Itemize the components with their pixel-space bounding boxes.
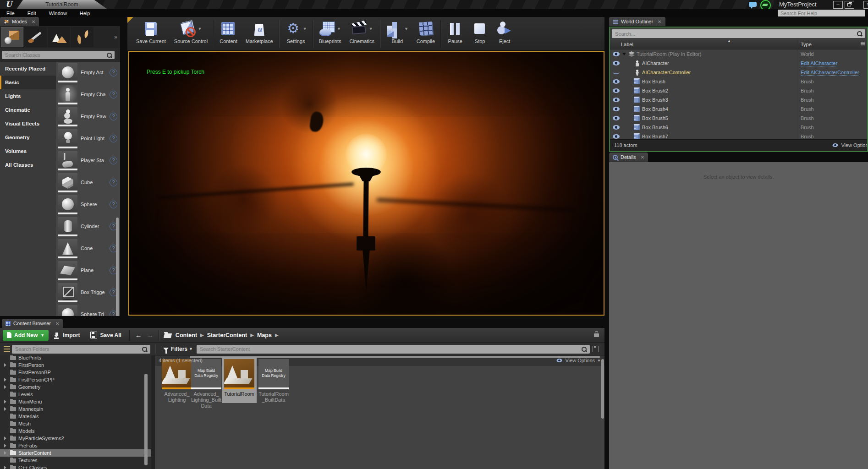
folder-row[interactable]: StarterContent xyxy=(0,449,151,457)
placeable-item[interactable]: Player Sta ? xyxy=(56,150,120,172)
menu-window[interactable]: Window xyxy=(43,11,73,16)
toolbar-button[interactable]: ▼ Cinematics xyxy=(345,18,378,49)
toolbar-button[interactable]: ▼ Pause xyxy=(443,18,467,49)
filters-label[interactable]: Filters xyxy=(171,346,187,352)
category-item[interactable]: Geometry xyxy=(0,131,56,144)
placeable-item[interactable]: Plane ? xyxy=(56,260,120,282)
expand-arrow-icon[interactable] xyxy=(4,363,6,367)
mode-foliage-button[interactable] xyxy=(71,27,93,47)
actor-label[interactable]: AICharacter xyxy=(642,60,669,66)
actor-label[interactable]: Box Brush4 xyxy=(642,106,668,112)
actor-label[interactable]: Box Brush5 xyxy=(642,115,668,121)
placeable-item[interactable]: Cone ? xyxy=(56,238,120,260)
placeable-item[interactable]: Empty Paw ? xyxy=(56,106,120,128)
lock-icon[interactable] xyxy=(594,333,599,337)
outliner-view-options[interactable]: View Options xyxy=(832,142,867,148)
filter-funnel-icon[interactable] xyxy=(163,348,169,351)
drag-handle[interactable] xyxy=(58,125,77,126)
actor-type[interactable]: Brush xyxy=(801,115,814,121)
placeable-item[interactable]: Box Trigge ? xyxy=(56,282,120,304)
placeable-item[interactable]: Sphere ? xyxy=(56,194,120,216)
expand-arrow-icon[interactable] xyxy=(4,400,6,404)
visibility-eye-icon[interactable] xyxy=(613,125,620,130)
menu-file[interactable]: File xyxy=(0,11,21,16)
search-classes-input[interactable] xyxy=(2,51,115,59)
visibility-eye-icon[interactable] xyxy=(613,61,620,65)
mode-landscape-button[interactable] xyxy=(48,27,70,47)
expand-arrow-icon[interactable] xyxy=(4,407,6,411)
search-assets-input[interactable] xyxy=(197,345,590,354)
folder-row[interactable]: Materials xyxy=(0,413,151,420)
drag-handle[interactable] xyxy=(58,169,77,170)
visibility-eye-icon[interactable] xyxy=(613,98,620,102)
actor-label[interactable]: Box Brush3 xyxy=(642,97,668,103)
asset-view-options[interactable]: View Options ▼ xyxy=(556,358,601,363)
folder-row[interactable]: Models xyxy=(0,427,151,435)
expand-arrow-icon[interactable] xyxy=(4,444,6,447)
import-button[interactable]: Import xyxy=(49,330,85,341)
actor-label[interactable]: AICharacterController xyxy=(642,70,691,75)
actor-type[interactable]: World xyxy=(801,51,814,57)
save-all-button[interactable]: Save All xyxy=(85,330,126,341)
type-column-header[interactable]: Type xyxy=(801,42,812,47)
back-button[interactable]: ← xyxy=(133,331,144,339)
folder-scrollbar[interactable] xyxy=(144,374,148,465)
folder-row[interactable]: Textures xyxy=(0,457,151,464)
add-new-button[interactable]: Add New ▼ xyxy=(3,330,49,341)
actor-type[interactable]: Brush xyxy=(801,79,814,84)
breadcrumb-content[interactable]: Content xyxy=(174,332,199,338)
drag-handle[interactable] xyxy=(58,103,77,104)
actor-row[interactable]: AICharacter Edit AICharacter xyxy=(610,59,867,68)
minimize-button[interactable]: – xyxy=(833,1,843,9)
mode-paint-button[interactable] xyxy=(24,27,47,47)
expand-arrow-icon[interactable] xyxy=(4,451,6,455)
breadcrumb-startercontent[interactable]: StarterContent xyxy=(205,332,249,338)
actor-type[interactable]: Edit AICharacterController xyxy=(801,70,859,76)
folder-row[interactable]: BluePrints xyxy=(0,355,151,361)
visibility-eye-icon[interactable] xyxy=(613,70,620,74)
asset-grid[interactable]: Advanced_ Lighting Map Build Data Regist… xyxy=(155,355,604,469)
actor-type[interactable]: Brush xyxy=(801,134,814,139)
expand-arrow-icon[interactable] xyxy=(4,466,6,469)
sort-ascending-icon[interactable]: ▲ xyxy=(727,39,731,43)
mode-place-button[interactable] xyxy=(1,27,23,47)
category-item[interactable]: Visual Effects xyxy=(0,117,56,131)
folder-row[interactable]: FirstPersonCPP xyxy=(0,376,151,383)
toolbar-button[interactable]: ▼ Stop xyxy=(467,18,492,49)
category-item[interactable]: Basic xyxy=(0,76,56,89)
feedback-bubble-icon[interactable] xyxy=(749,2,757,7)
folder-row[interactable]: FirstPersonBP xyxy=(0,369,151,376)
toolbar-button[interactable]: ▼ Compile xyxy=(412,18,439,49)
actor-label[interactable]: Box Brush2 xyxy=(642,88,668,93)
help-search-input[interactable] xyxy=(778,10,865,16)
actor-label[interactable]: Box Brush7 xyxy=(642,134,668,139)
folder-row[interactable]: C++ Classes xyxy=(0,464,151,469)
visibility-eye-icon[interactable] xyxy=(613,88,620,93)
level-tab[interactable]: TutorialRoom xyxy=(16,0,107,9)
toolbar-button[interactable]: ▼ Content xyxy=(215,18,242,49)
sources-panel-toggle-icon[interactable] xyxy=(4,346,10,352)
category-item[interactable]: Volumes xyxy=(0,144,56,158)
category-item[interactable]: Recently Placed xyxy=(0,62,56,76)
expand-arrow-icon[interactable] xyxy=(4,378,6,382)
folder-row[interactable]: Geometry xyxy=(0,383,151,391)
actor-type[interactable]: Brush xyxy=(801,106,814,112)
actor-row[interactable]: Box Brush5 Brush xyxy=(610,114,867,123)
close-icon[interactable]: ✕ xyxy=(55,321,59,326)
placeable-item[interactable]: Empty Cha ? xyxy=(56,84,120,106)
actor-type[interactable]: Brush xyxy=(801,97,814,103)
toolbar-button[interactable]: ▼ Source Control xyxy=(170,18,212,49)
placeable-item[interactable]: Cylinder ? xyxy=(56,216,120,238)
breadcrumb-maps[interactable]: Maps xyxy=(255,332,274,338)
drag-handle[interactable] xyxy=(58,256,77,258)
category-item[interactable]: Cinematic xyxy=(0,103,56,117)
visibility-eye-icon[interactable] xyxy=(613,107,620,111)
expand-arrow-icon[interactable] xyxy=(4,385,6,389)
placeable-item[interactable]: Cube ? xyxy=(56,172,120,194)
type-filter-icon[interactable] xyxy=(861,42,865,45)
folder-row[interactable]: Mannequin xyxy=(0,405,151,413)
actor-row[interactable]: Box Brush Brush xyxy=(610,77,867,86)
menu-help[interactable]: Help xyxy=(73,11,97,16)
folder-row[interactable]: FirstPerson xyxy=(0,361,151,369)
category-item[interactable]: All Classes xyxy=(0,158,56,172)
